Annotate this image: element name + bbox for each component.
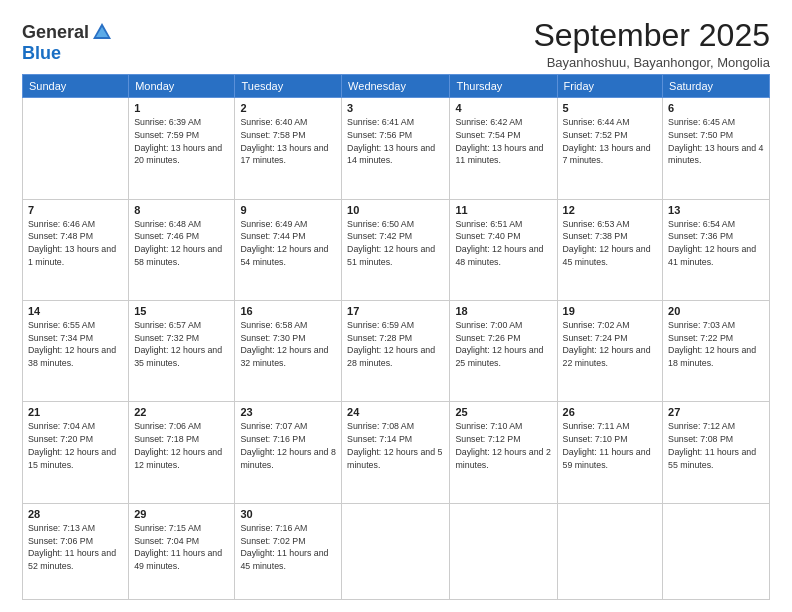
table-row: 19 Sunrise: 7:02 AMSunset: 7:24 PMDaylig… <box>557 300 663 401</box>
day-info: Sunrise: 6:42 AMSunset: 7:54 PMDaylight:… <box>455 117 543 165</box>
day-number: 22 <box>134 406 229 418</box>
logo-general: General <box>22 22 89 43</box>
table-row <box>450 503 557 599</box>
day-info: Sunrise: 6:41 AMSunset: 7:56 PMDaylight:… <box>347 117 435 165</box>
day-number: 5 <box>563 102 658 114</box>
table-row <box>663 503 770 599</box>
logo: General Blue <box>22 22 113 64</box>
table-row: 9 Sunrise: 6:49 AMSunset: 7:44 PMDayligh… <box>235 199 342 300</box>
day-info: Sunrise: 7:07 AMSunset: 7:16 PMDaylight:… <box>240 421 335 469</box>
day-number: 21 <box>28 406 123 418</box>
col-thursday: Thursday <box>450 75 557 98</box>
table-row: 17 Sunrise: 6:59 AMSunset: 7:28 PMDaylig… <box>342 300 450 401</box>
day-number: 2 <box>240 102 336 114</box>
day-info: Sunrise: 7:11 AMSunset: 7:10 PMDaylight:… <box>563 421 651 469</box>
logo-icon <box>91 21 113 43</box>
table-row: 1 Sunrise: 6:39 AMSunset: 7:59 PMDayligh… <box>129 98 235 199</box>
day-info: Sunrise: 6:53 AMSunset: 7:38 PMDaylight:… <box>563 219 651 267</box>
table-row: 25 Sunrise: 7:10 AMSunset: 7:12 PMDaylig… <box>450 402 557 503</box>
day-info: Sunrise: 7:15 AMSunset: 7:04 PMDaylight:… <box>134 523 222 571</box>
day-info: Sunrise: 6:46 AMSunset: 7:48 PMDaylight:… <box>28 219 116 267</box>
table-row: 30 Sunrise: 7:16 AMSunset: 7:02 PMDaylig… <box>235 503 342 599</box>
calendar-header-row: Sunday Monday Tuesday Wednesday Thursday… <box>23 75 770 98</box>
day-info: Sunrise: 6:51 AMSunset: 7:40 PMDaylight:… <box>455 219 543 267</box>
table-row: 22 Sunrise: 7:06 AMSunset: 7:18 PMDaylig… <box>129 402 235 503</box>
day-number: 23 <box>240 406 336 418</box>
title-block: September 2025 Bayanhoshuu, Bayanhongor,… <box>533 18 770 70</box>
day-info: Sunrise: 7:04 AMSunset: 7:20 PMDaylight:… <box>28 421 116 469</box>
day-info: Sunrise: 6:59 AMSunset: 7:28 PMDaylight:… <box>347 320 435 368</box>
table-row: 24 Sunrise: 7:08 AMSunset: 7:14 PMDaylig… <box>342 402 450 503</box>
day-number: 18 <box>455 305 551 317</box>
day-number: 29 <box>134 508 229 520</box>
day-number: 20 <box>668 305 764 317</box>
table-row: 29 Sunrise: 7:15 AMSunset: 7:04 PMDaylig… <box>129 503 235 599</box>
day-info: Sunrise: 6:50 AMSunset: 7:42 PMDaylight:… <box>347 219 435 267</box>
col-monday: Monday <box>129 75 235 98</box>
table-row: 12 Sunrise: 6:53 AMSunset: 7:38 PMDaylig… <box>557 199 663 300</box>
logo-blue: Blue <box>22 43 61 63</box>
day-number: 14 <box>28 305 123 317</box>
table-row: 15 Sunrise: 6:57 AMSunset: 7:32 PMDaylig… <box>129 300 235 401</box>
col-friday: Friday <box>557 75 663 98</box>
day-number: 4 <box>455 102 551 114</box>
table-row: 11 Sunrise: 6:51 AMSunset: 7:40 PMDaylig… <box>450 199 557 300</box>
day-info: Sunrise: 6:44 AMSunset: 7:52 PMDaylight:… <box>563 117 651 165</box>
day-info: Sunrise: 6:55 AMSunset: 7:34 PMDaylight:… <box>28 320 116 368</box>
day-number: 26 <box>563 406 658 418</box>
day-number: 13 <box>668 204 764 216</box>
day-info: Sunrise: 7:16 AMSunset: 7:02 PMDaylight:… <box>240 523 328 571</box>
day-number: 27 <box>668 406 764 418</box>
day-number: 8 <box>134 204 229 216</box>
day-info: Sunrise: 6:49 AMSunset: 7:44 PMDaylight:… <box>240 219 328 267</box>
table-row: 13 Sunrise: 6:54 AMSunset: 7:36 PMDaylig… <box>663 199 770 300</box>
day-number: 19 <box>563 305 658 317</box>
day-number: 25 <box>455 406 551 418</box>
table-row: 28 Sunrise: 7:13 AMSunset: 7:06 PMDaylig… <box>23 503 129 599</box>
day-number: 30 <box>240 508 336 520</box>
table-row: 23 Sunrise: 7:07 AMSunset: 7:16 PMDaylig… <box>235 402 342 503</box>
table-row <box>557 503 663 599</box>
table-row: 18 Sunrise: 7:00 AMSunset: 7:26 PMDaylig… <box>450 300 557 401</box>
col-tuesday: Tuesday <box>235 75 342 98</box>
day-number: 28 <box>28 508 123 520</box>
day-info: Sunrise: 7:13 AMSunset: 7:06 PMDaylight:… <box>28 523 116 571</box>
day-number: 11 <box>455 204 551 216</box>
day-number: 10 <box>347 204 444 216</box>
table-row: 2 Sunrise: 6:40 AMSunset: 7:58 PMDayligh… <box>235 98 342 199</box>
table-row: 20 Sunrise: 7:03 AMSunset: 7:22 PMDaylig… <box>663 300 770 401</box>
day-number: 7 <box>28 204 123 216</box>
day-info: Sunrise: 6:54 AMSunset: 7:36 PMDaylight:… <box>668 219 756 267</box>
day-info: Sunrise: 7:08 AMSunset: 7:14 PMDaylight:… <box>347 421 442 469</box>
subtitle: Bayanhoshuu, Bayanhongor, Mongolia <box>533 55 770 70</box>
day-number: 12 <box>563 204 658 216</box>
table-row: 14 Sunrise: 6:55 AMSunset: 7:34 PMDaylig… <box>23 300 129 401</box>
day-number: 15 <box>134 305 229 317</box>
day-info: Sunrise: 6:57 AMSunset: 7:32 PMDaylight:… <box>134 320 222 368</box>
day-number: 9 <box>240 204 336 216</box>
table-row <box>342 503 450 599</box>
day-info: Sunrise: 7:12 AMSunset: 7:08 PMDaylight:… <box>668 421 756 469</box>
day-info: Sunrise: 7:00 AMSunset: 7:26 PMDaylight:… <box>455 320 543 368</box>
col-sunday: Sunday <box>23 75 129 98</box>
day-number: 1 <box>134 102 229 114</box>
table-row: 27 Sunrise: 7:12 AMSunset: 7:08 PMDaylig… <box>663 402 770 503</box>
header: General Blue September 2025 Bayanhoshuu,… <box>22 18 770 70</box>
day-number: 24 <box>347 406 444 418</box>
table-row: 21 Sunrise: 7:04 AMSunset: 7:20 PMDaylig… <box>23 402 129 503</box>
month-title: September 2025 <box>533 18 770 53</box>
day-number: 16 <box>240 305 336 317</box>
day-info: Sunrise: 7:03 AMSunset: 7:22 PMDaylight:… <box>668 320 756 368</box>
day-info: Sunrise: 7:02 AMSunset: 7:24 PMDaylight:… <box>563 320 651 368</box>
day-number: 6 <box>668 102 764 114</box>
table-row: 8 Sunrise: 6:48 AMSunset: 7:46 PMDayligh… <box>129 199 235 300</box>
table-row: 4 Sunrise: 6:42 AMSunset: 7:54 PMDayligh… <box>450 98 557 199</box>
table-row: 6 Sunrise: 6:45 AMSunset: 7:50 PMDayligh… <box>663 98 770 199</box>
table-row <box>23 98 129 199</box>
table-row: 10 Sunrise: 6:50 AMSunset: 7:42 PMDaylig… <box>342 199 450 300</box>
table-row: 26 Sunrise: 7:11 AMSunset: 7:10 PMDaylig… <box>557 402 663 503</box>
col-wednesday: Wednesday <box>342 75 450 98</box>
table-row: 3 Sunrise: 6:41 AMSunset: 7:56 PMDayligh… <box>342 98 450 199</box>
day-info: Sunrise: 6:58 AMSunset: 7:30 PMDaylight:… <box>240 320 328 368</box>
table-row: 5 Sunrise: 6:44 AMSunset: 7:52 PMDayligh… <box>557 98 663 199</box>
